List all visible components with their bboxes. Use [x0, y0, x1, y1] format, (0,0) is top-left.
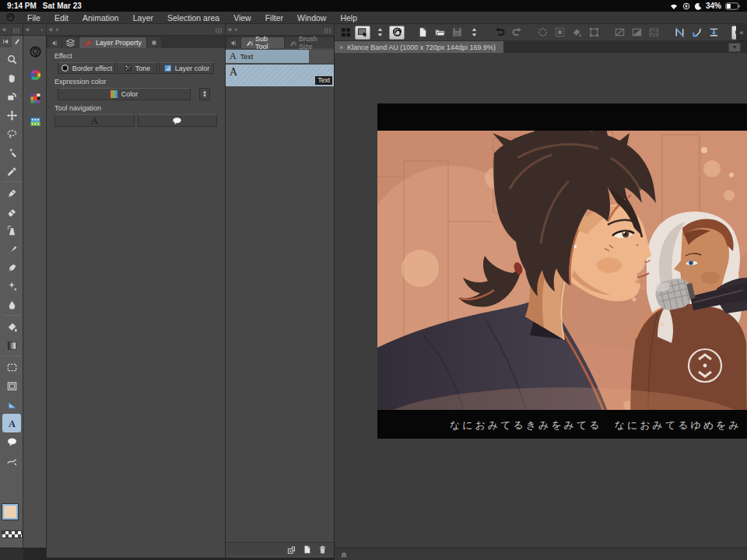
tool-auto-select[interactable]	[2, 143, 21, 162]
tool-hand[interactable]	[2, 68, 21, 87]
undo-button[interactable]	[492, 26, 507, 40]
eyedropper-icon	[6, 166, 18, 177]
fill-button[interactable]	[569, 26, 584, 40]
snap-special-ruler-icon	[691, 26, 703, 38]
menu-window[interactable]: Window	[290, 12, 333, 24]
tool-palette-pen-tab[interactable]	[12, 36, 23, 47]
tool-nav-text-button[interactable]: A	[54, 114, 135, 127]
color-wheel-palette-button[interactable]	[26, 65, 44, 84]
line-correct-icon	[6, 455, 18, 467]
tool-gradient[interactable]	[2, 336, 21, 355]
toolstrip-dock-header[interactable]: «|||	[0, 24, 23, 36]
snap-ruler-button[interactable]	[672, 26, 687, 40]
menu-view[interactable]: View	[226, 12, 258, 24]
right-dock-collapse[interactable]: «	[736, 24, 747, 41]
tone-button[interactable]: Tone	[117, 62, 157, 74]
tab-list-dropdown[interactable]: ▼	[728, 43, 741, 52]
tool-fill-bucket[interactable]	[2, 317, 21, 336]
subtool-item-text[interactable]: A Text	[226, 50, 334, 63]
tool-text[interactable]: A	[2, 414, 21, 432]
color-set-icon	[30, 93, 41, 104]
layers-panel-tab[interactable]	[62, 37, 79, 48]
status-time: 9:14 PM	[7, 2, 37, 10]
color-set-palette-button[interactable]	[26, 89, 44, 107]
new-subtool-icon[interactable]	[302, 544, 312, 555]
deselect-button[interactable]	[535, 26, 550, 40]
quick-access-palette-button[interactable]: Q	[26, 42, 44, 61]
clip-studio-button[interactable]	[389, 26, 405, 40]
layer-property-dock-header[interactable]: «‹|||	[47, 24, 226, 36]
select-wrap-button[interactable]	[552, 26, 567, 40]
layer-property-tab[interactable]: Layer Property	[79, 37, 146, 48]
quick-access-icon: Q	[30, 46, 41, 58]
selection-border-button[interactable]	[646, 26, 661, 40]
redo-icon	[511, 26, 523, 38]
subtool-tab[interactable]: Sub Tool	[241, 37, 284, 48]
transparent-color-swatch[interactable]	[2, 530, 23, 538]
app-grid-button[interactable]	[338, 26, 353, 40]
tool-frame-border[interactable]	[2, 376, 21, 395]
menu-selection-area[interactable]: Selection area	[160, 12, 226, 24]
tool-brush[interactable]	[2, 240, 21, 258]
brush-size-tab[interactable]: Brush Size	[285, 37, 334, 48]
sidecol-dock-header[interactable]: «›	[23, 24, 47, 36]
menu-filter[interactable]: Filter	[258, 12, 290, 24]
spinner-button[interactable]	[372, 26, 388, 40]
tool-palette-collapse-tab[interactable]	[0, 36, 12, 47]
clip-studio-logo-icon[interactable]	[0, 12, 20, 23]
snap-grid-button[interactable]	[706, 26, 721, 40]
panel-extra-tab[interactable]	[147, 37, 161, 48]
tool-rotate-canvas[interactable]	[2, 87, 21, 106]
menu-animation[interactable]: Animation	[75, 12, 126, 24]
menu-file[interactable]: File	[20, 12, 47, 24]
transform-button[interactable]	[586, 26, 601, 40]
tool-pen[interactable]	[2, 184, 21, 202]
subtool-preview-tile[interactable]: A Text	[226, 65, 334, 86]
redo-button[interactable]	[509, 26, 524, 40]
spinner-button[interactable]	[466, 26, 482, 40]
tool-marker[interactable]	[2, 258, 21, 277]
tool-blend[interactable]	[2, 296, 21, 314]
clear-button[interactable]	[612, 26, 627, 40]
layer-color-button[interactable]: Layer color	[159, 62, 214, 74]
canvas-document[interactable]: なにおみてるきみをみてる なにおみてるゆめをみ	[377, 103, 747, 439]
collapse-command-bar-icon[interactable]	[339, 550, 349, 559]
tool-eraser[interactable]	[2, 202, 21, 221]
tool-selection[interactable]	[2, 358, 21, 376]
tool-airbrush[interactable]	[2, 221, 21, 240]
panel-expand-button[interactable]	[48, 37, 61, 48]
tool-magnifier[interactable]	[2, 50, 21, 68]
tool-figure[interactable]	[2, 395, 21, 414]
tool-balloon[interactable]	[2, 432, 21, 451]
delete-subtool-icon[interactable]	[317, 544, 328, 555]
snap-special-ruler-button[interactable]	[689, 26, 704, 40]
menu-edit[interactable]: Edit	[47, 12, 75, 24]
document-tab[interactable]: × Klance Band AU (1000 x 720px 144dpi 16…	[335, 41, 503, 53]
tool-eyedropper[interactable]	[2, 162, 21, 180]
expression-color-dropdown[interactable]: Color ▲▼	[58, 88, 191, 100]
clear-outside-button[interactable]	[629, 26, 644, 40]
tool-line-correct[interactable]	[2, 451, 21, 470]
canvas-viewport[interactable]: なにおみてるきみをみてる なにおみてるゆめをみ	[335, 53, 747, 548]
tool-decoration[interactable]	[2, 277, 21, 296]
tool-move[interactable]	[2, 106, 21, 124]
expression-color-spinner[interactable]: ▲▼	[199, 88, 210, 100]
foreground-color-swatch[interactable]	[2, 504, 18, 520]
close-document-icon[interactable]: ×	[339, 44, 343, 51]
menu-help[interactable]: Help	[333, 12, 364, 24]
move-icon	[6, 110, 18, 121]
tool-lasso[interactable]	[2, 124, 21, 143]
save-button[interactable]	[449, 26, 465, 40]
artwork: なにおみてるきみをみてる なにおみてるゆめをみ	[377, 103, 747, 439]
open-file-button[interactable]	[432, 26, 447, 40]
animation-cels-palette-button[interactable]	[26, 112, 44, 131]
spinner-icon	[374, 26, 386, 38]
new-file-button[interactable]	[415, 26, 430, 40]
window-switch-button[interactable]	[355, 26, 370, 40]
tool-nav-balloon-button[interactable]	[138, 114, 218, 127]
menu-layer[interactable]: Layer	[126, 12, 160, 24]
border-effect-button[interactable]: Border effect	[58, 62, 115, 74]
register-subtool-icon[interactable]	[286, 544, 296, 555]
subtool-expand-button[interactable]	[227, 37, 240, 48]
subtool-dock-header[interactable]: «‹|||	[226, 24, 335, 36]
